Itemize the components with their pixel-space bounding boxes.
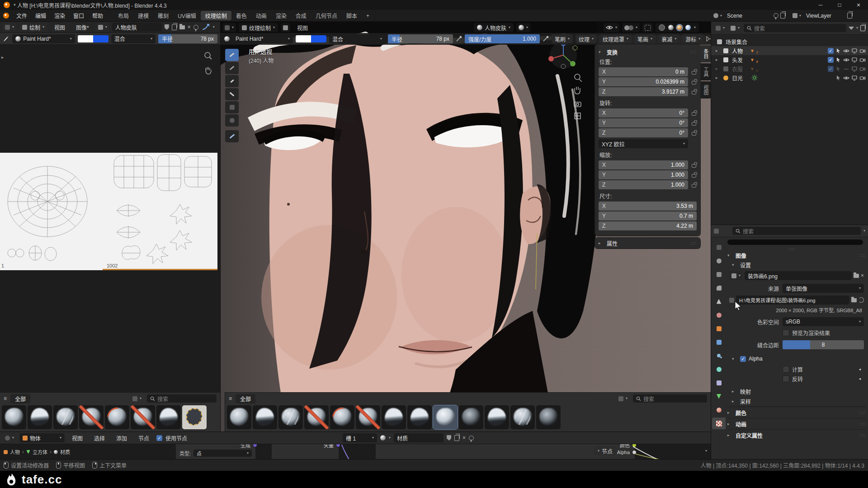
shelf-search-input[interactable]: 搜索 xyxy=(633,394,707,403)
cursor-popover[interactable]: 游标▾ xyxy=(682,34,703,43)
new-collection-button[interactable] xyxy=(860,25,865,31)
cursor-icon[interactable] xyxy=(835,66,841,72)
view-as-render-checkbox[interactable]: ✓ xyxy=(783,329,789,336)
filter-icon[interactable] xyxy=(849,27,854,30)
outliner-search-input[interactable]: 搜索 xyxy=(744,24,846,32)
scene-pin-icon[interactable] xyxy=(774,13,778,18)
sidebar-tab-item[interactable]: 条目 xyxy=(700,45,711,62)
shelf-menu-icon[interactable]: ≡ xyxy=(229,395,232,402)
copy-material-icon[interactable] xyxy=(454,435,459,441)
tool-annotate[interactable] xyxy=(225,130,239,142)
lock-icon[interactable] xyxy=(692,79,697,84)
use-nodes-checkbox[interactable]: ✓ xyxy=(156,435,162,441)
toolbar-expand-arrow[interactable]: ▸ xyxy=(1,55,4,60)
brush-thumbnail[interactable] xyxy=(382,405,406,429)
monitor-icon[interactable] xyxy=(851,66,858,72)
outliner-row-scene-collection[interactable]: 场景集合 xyxy=(711,37,868,46)
eye-icon[interactable] xyxy=(843,75,849,81)
source-dropdown[interactable]: 单张图像▾ xyxy=(783,284,864,293)
close-button[interactable]: × xyxy=(849,0,868,10)
material-slot-dropdown[interactable]: 人物皮肤▾ xyxy=(474,23,514,32)
material-icon[interactable] xyxy=(380,435,386,441)
tab-modeling[interactable]: 建模 xyxy=(133,11,153,20)
maximize-button[interactable]: □ xyxy=(830,0,849,10)
tool-clone[interactable] xyxy=(225,88,239,100)
shader-view-menu[interactable]: 视图 xyxy=(68,434,87,442)
add-workspace-button[interactable]: + xyxy=(362,12,374,20)
image-panel-header[interactable]: ▾图像:::: xyxy=(727,250,866,260)
shelf-tab-all[interactable]: 全部 xyxy=(10,394,30,404)
sidebar-tab-tool[interactable]: 工具 xyxy=(700,63,711,80)
brush-thumbnail[interactable] xyxy=(330,405,354,429)
unlink-image-icon[interactable]: × xyxy=(188,24,191,30)
nodes-panel-header[interactable]: ▾节点 xyxy=(594,446,616,455)
colorspace-dropdown[interactable]: sRGB▾ xyxy=(783,317,864,326)
outliner-row-clothes[interactable]: ▸ 衣服 ▼0 ✓ xyxy=(711,64,868,73)
sidebar-tab-view[interactable]: 视图 xyxy=(700,81,711,99)
lock-icon[interactable] xyxy=(692,172,697,178)
new-image-icon[interactable] xyxy=(172,24,177,30)
secondary-color-swatch[interactable] xyxy=(93,35,108,42)
tab-object[interactable] xyxy=(712,323,726,334)
settings-subpanel-header[interactable]: ▾设置 xyxy=(732,260,866,269)
brush-thumbnail[interactable] xyxy=(2,405,26,429)
scale-z-field[interactable]: Z1.000 xyxy=(599,180,688,189)
tool-draw[interactable] xyxy=(225,49,239,61)
eye-closed-icon[interactable] xyxy=(843,66,849,72)
scene-copy-icon[interactable] xyxy=(780,13,785,19)
tab-scene[interactable] xyxy=(712,296,726,307)
viewlayer-icon[interactable] xyxy=(793,13,797,18)
lock-icon[interactable] xyxy=(692,130,697,136)
eye-icon[interactable] xyxy=(843,57,849,63)
expand-arrow[interactable]: ▸ xyxy=(716,48,721,53)
shader-select-menu[interactable]: 选择 xyxy=(90,434,109,442)
brush-thumbnail[interactable] xyxy=(156,405,181,429)
expand-arrow[interactable]: ▸ xyxy=(716,57,721,62)
camera-icon[interactable] xyxy=(859,66,866,72)
shading-rendered-button[interactable] xyxy=(685,25,691,30)
tab-object-data[interactable] xyxy=(712,390,726,402)
image-browse-button[interactable]: ▾ xyxy=(96,23,109,32)
brush-thumbnail[interactable] xyxy=(536,405,561,429)
open-file-icon[interactable] xyxy=(854,274,859,278)
sampling-subpanel-header[interactable]: ▸采样 xyxy=(732,396,866,407)
shader-add-menu[interactable]: 添加 xyxy=(112,434,131,442)
shading-material-button[interactable] xyxy=(677,25,682,30)
expand-arrow[interactable]: ▸ xyxy=(716,75,721,80)
tab-tool[interactable] xyxy=(712,241,726,253)
expand-arrow[interactable]: ▸ xyxy=(716,66,721,71)
tab-output[interactable] xyxy=(712,268,726,280)
brush-thumbnail[interactable] xyxy=(304,405,329,429)
monitor-icon[interactable] xyxy=(851,75,858,81)
brush-thumbnail[interactable] xyxy=(459,405,483,429)
tab-particles[interactable] xyxy=(712,350,726,361)
brush-thumbnail[interactable] xyxy=(79,405,104,429)
vp-strength-slider[interactable]: 强度/力度1.000 xyxy=(465,34,540,43)
selectable-checkbox[interactable]: ✓ xyxy=(828,48,834,54)
properties-search-input[interactable]: 搜索 xyxy=(732,227,861,235)
anim-dot[interactable]: ● xyxy=(859,377,861,381)
monitor-icon[interactable] xyxy=(851,57,858,63)
fake-user-icon[interactable] xyxy=(447,435,451,441)
scale-y-field[interactable]: Y1.000 xyxy=(599,170,688,179)
outliner-restriction-toggles[interactable]: ▾ xyxy=(729,23,741,33)
vp-primary-color-swatch[interactable] xyxy=(296,35,311,42)
vp-secondary-color-swatch[interactable] xyxy=(311,35,326,42)
tab-animation[interactable]: 动画 xyxy=(251,11,271,20)
tab-scripting[interactable]: 脚本 xyxy=(342,11,362,20)
brush-thumbnail[interactable] xyxy=(433,405,458,429)
pan-gizmo-icon[interactable] xyxy=(204,66,213,75)
open-image-icon[interactable] xyxy=(179,25,185,29)
image-name-field[interactable]: 人物皮肤 xyxy=(112,23,162,32)
properties-subpanel[interactable]: ▸属性:::: xyxy=(595,238,700,249)
show-gizmo-dropdown[interactable]: ▾ xyxy=(604,23,619,32)
blend-mode-dropdown[interactable]: 混合▾ xyxy=(111,34,156,43)
color-panel-header[interactable]: ▸颜色:::: xyxy=(727,407,866,418)
tab-rendering[interactable]: 渲染 xyxy=(271,11,291,20)
menu-window[interactable]: 窗口 xyxy=(69,12,88,19)
shelf-menu-icon[interactable]: ≡ xyxy=(4,395,7,402)
margin-slider[interactable]: 8 xyxy=(783,340,864,349)
scale-x-field[interactable]: X1.000 xyxy=(599,160,688,169)
dimensions-z-field[interactable]: Z4.22 m xyxy=(599,221,697,230)
shelf-tab-all[interactable]: 全部 xyxy=(236,394,255,404)
